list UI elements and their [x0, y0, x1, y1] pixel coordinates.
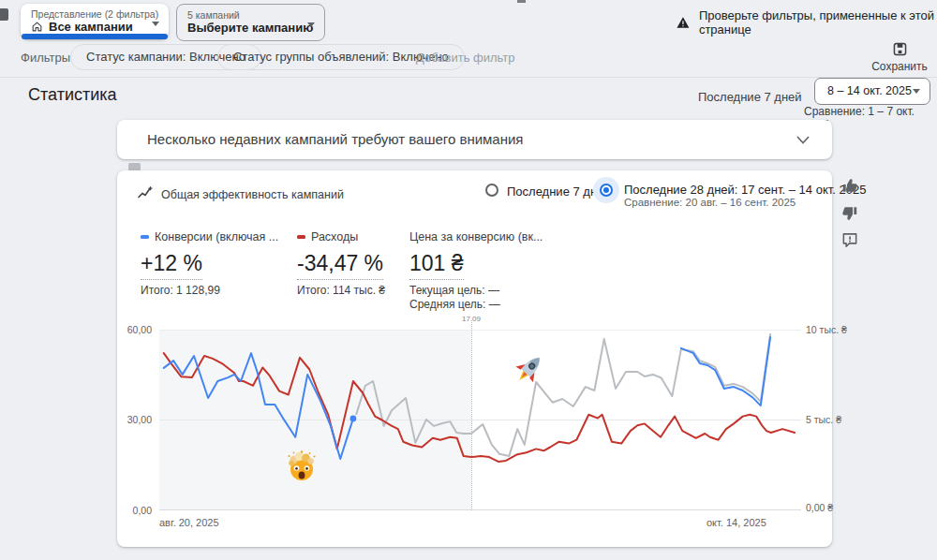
- conversions-series-marker: [141, 235, 149, 239]
- left-edge-fragment: [0, 8, 8, 21]
- metric-conversions-label: Конверсии (включая ...: [155, 230, 278, 243]
- performance-chart-icon: [137, 184, 154, 201]
- series-comparison-gray: [356, 334, 770, 456]
- series-conversions-blue-b: [681, 337, 770, 405]
- chevron-down-icon: [913, 89, 920, 94]
- warning-text: Проверьте фильтры, примененные к этой ст…: [699, 8, 937, 37]
- metric-cpc-value[interactable]: 101 ₴: [409, 251, 464, 280]
- metric-conversions-total: Итого: 1 128,99: [141, 284, 278, 297]
- thumbs-up-icon[interactable]: [840, 176, 859, 195]
- selected-view-indicator: [22, 34, 168, 39]
- feedback-comment-icon[interactable]: [840, 230, 859, 249]
- chart-lines: [159, 330, 801, 510]
- metric-cpc-label: Цена за конверсию (вк...: [409, 230, 543, 243]
- chevron-down-icon: [307, 22, 315, 27]
- date-range-picker[interactable]: 8 – 14 окт. 2025: [814, 78, 930, 105]
- chevron-down-icon: [152, 22, 159, 26]
- costs-series-marker: [297, 235, 305, 239]
- x-axis-start-label: авг. 20, 2025: [159, 517, 219, 528]
- top-edge-fragment: [517, 0, 526, 3]
- google-ads-statistics-page: Представление (2 фильтра) Все кампании 5…: [0, 0, 937, 560]
- thumbs-down-icon[interactable]: [840, 204, 859, 223]
- view-selector-value: Все кампании: [49, 20, 133, 34]
- chevron-down-icon[interactable]: [796, 136, 810, 144]
- page-title: Статистика: [28, 85, 117, 105]
- date-range-label: Последние 7 дней: [698, 90, 802, 104]
- x-axis-end-label: окт. 14, 2025: [706, 517, 766, 528]
- campaigns-attention-banner[interactable]: Несколько недавних кампаний требуют ваше…: [117, 120, 832, 159]
- metric-costs-label: Расходы: [311, 230, 358, 243]
- metric-cpc-average-goal: Средняя цель: —: [409, 298, 543, 311]
- series-end-dot: [350, 416, 357, 422]
- banner-text: Несколько недавних кампаний требуют ваше…: [147, 131, 523, 147]
- home-icon: [31, 21, 43, 33]
- metric-cost-per-conversion: Цена за конверсию (вк... 101 ₴ Текущая ц…: [409, 230, 543, 311]
- campaign-selector-label: 5 кампаний: [187, 9, 240, 21]
- section-divider: [0, 77, 937, 78]
- view-selector-dropdown[interactable]: Представление (2 фильтра) Все кампании: [21, 4, 169, 39]
- radio-last-28-days-label[interactable]: Последние 28 дней: 17 сент. – 14 окт. 20…: [624, 183, 866, 197]
- series-costs-red: [164, 353, 795, 462]
- save-icon: [892, 41, 908, 57]
- radio-last-28-days-sublabel: Сравнение: 20 авг. – 16 сент. 2025: [624, 197, 796, 208]
- y-left-tick-60: 60,00: [120, 324, 152, 335]
- y-right-tick-5k: 5 тыс. ₴: [806, 414, 841, 425]
- metric-cpc-current-goal: Текущая цель: —: [409, 284, 543, 297]
- add-filter-button[interactable]: Добавить фильтр: [416, 51, 515, 65]
- filters-warning[interactable]: Проверьте фильтры, примененные к этой ст…: [677, 8, 937, 37]
- metric-conversions: Конверсии (включая ... +12 % Итого: 1 12…: [141, 230, 278, 297]
- period-divider-label: 17.09: [462, 315, 481, 323]
- view-selector-label: Представление (2 фильтра): [31, 8, 158, 20]
- chart-plot-area[interactable]: 17.09: [159, 330, 801, 510]
- save-label: Сохранить: [867, 60, 932, 73]
- radio-last-28-days[interactable]: [600, 184, 613, 197]
- save-button[interactable]: Сохранить: [867, 41, 932, 73]
- campaign-selector-value: Выберите кампанию: [187, 21, 313, 35]
- metric-costs-value[interactable]: -34,47 %: [297, 251, 383, 280]
- radio-last-7-days[interactable]: [485, 184, 498, 197]
- filters-label: Фильтры: [21, 51, 70, 65]
- warning-icon: [677, 15, 690, 30]
- y-right-tick-0: 0,00 ₴: [806, 502, 833, 513]
- metric-costs-total: Итого: 114 тыс. ₴: [297, 284, 385, 297]
- y-right-tick-10k: 10 тыс. ₴: [806, 324, 847, 335]
- date-range-value: 8 – 14 окт. 2025: [827, 84, 912, 97]
- metric-conversions-value[interactable]: +12 %: [141, 251, 202, 280]
- chart-card-title: Общая эффективность кампаний: [161, 188, 344, 201]
- y-left-tick-30: 30,00: [120, 414, 152, 425]
- campaign-selector-dropdown[interactable]: 5 кампаний Выберите кампанию: [176, 4, 325, 41]
- metric-costs: Расходы -34,47 % Итого: 114 тыс. ₴: [297, 230, 385, 297]
- y-left-tick-0: 0,00: [120, 505, 152, 516]
